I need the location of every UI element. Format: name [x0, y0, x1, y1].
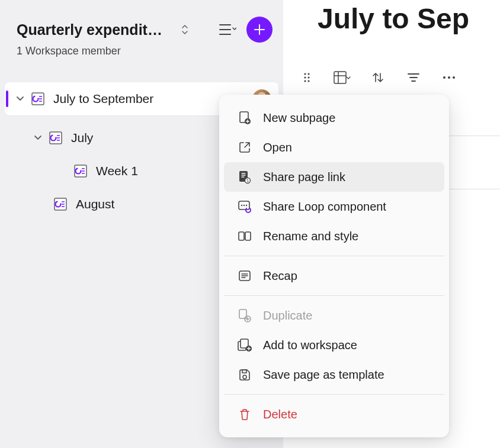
svg-point-25	[246, 205, 247, 206]
menu-divider	[224, 256, 444, 256]
svg-point-17	[453, 76, 455, 79]
menu-add-to-workspace[interactable]: Add to workspace	[224, 330, 444, 360]
menu-new-subpage[interactable]: New subpage	[224, 103, 444, 133]
menu-item-label: Open	[263, 141, 292, 154]
svg-point-21	[245, 178, 251, 183]
menu-item-label: Add to workspace	[263, 339, 357, 352]
menu-save-page-as-template[interactable]: Save page as template	[224, 360, 444, 389]
new-page-button[interactable]	[246, 17, 273, 43]
page-context-menu: New subpage Open Share page link Share L…	[219, 95, 449, 437]
svg-point-26	[246, 208, 251, 212]
svg-point-24	[243, 205, 245, 206]
more-options-icon[interactable]	[440, 68, 459, 87]
menu-item-label: Delete	[263, 408, 297, 421]
open-icon	[237, 140, 252, 155]
nav-item-label: July to September	[53, 92, 230, 106]
svg-point-23	[241, 205, 242, 206]
workspace-title[interactable]: Quarterly expendit…	[17, 21, 173, 38]
new-subpage-icon	[237, 110, 252, 125]
menu-item-label: Recap	[263, 269, 297, 283]
svg-rect-27	[239, 232, 244, 240]
page-toolbar	[283, 35, 500, 87]
menu-share-page-link[interactable]: Share page link	[224, 162, 444, 192]
menu-item-label: Save page as template	[263, 368, 384, 382]
menu-item-label: New subpage	[263, 111, 335, 125]
svg-point-10	[304, 76, 306, 78]
svg-point-13	[307, 80, 309, 82]
svg-rect-14	[334, 72, 346, 83]
svg-point-12	[304, 80, 306, 82]
svg-point-11	[307, 76, 309, 78]
menu-delete[interactable]: Delete	[224, 399, 444, 429]
delete-icon	[237, 407, 252, 422]
svg-point-16	[448, 76, 450, 79]
add-workspace-icon	[237, 337, 252, 353]
workspace-header: Quarterly expendit…	[0, 17, 283, 43]
menu-item-label: Rename and style	[263, 230, 358, 243]
menu-open[interactable]: Open	[224, 133, 444, 162]
menu-rename-and-style[interactable]: Rename and style	[224, 221, 444, 251]
chevron-down-icon[interactable]	[15, 94, 25, 104]
save-template-icon	[237, 367, 252, 382]
list-view-icon[interactable]	[217, 19, 238, 40]
share-loop-icon	[237, 199, 252, 214]
page-title[interactable]: July to Sep	[283, 0, 500, 35]
workspace-members-label: 1 Workspace member	[0, 43, 283, 57]
filter-icon[interactable]	[404, 68, 423, 87]
svg-point-15	[443, 76, 445, 79]
duplicate-icon	[237, 308, 252, 323]
sort-icon[interactable]	[368, 68, 387, 87]
svg-point-9	[307, 73, 309, 75]
svg-point-8	[304, 73, 306, 75]
menu-item-label: Share page link	[263, 170, 345, 184]
loop-page-icon	[52, 196, 69, 212]
share-link-icon	[237, 169, 252, 185]
menu-item-label: Duplicate	[263, 309, 312, 323]
table-view-icon[interactable]	[333, 68, 352, 87]
drag-handle-icon[interactable]	[297, 68, 316, 87]
menu-recap[interactable]: Recap	[224, 261, 444, 291]
workspace-expand-icon[interactable]	[178, 22, 192, 37]
loop-page-icon	[47, 130, 64, 146]
chevron-down-icon[interactable]	[33, 133, 43, 143]
svg-rect-35	[242, 370, 246, 373]
menu-divider	[224, 295, 444, 296]
menu-duplicate: Duplicate	[224, 301, 444, 330]
loop-page-icon	[72, 163, 89, 179]
svg-point-36	[243, 375, 246, 379]
recap-icon	[237, 268, 252, 283]
menu-item-label: Share Loop component	[263, 200, 386, 214]
rename-icon	[237, 228, 252, 244]
menu-share-loop-component[interactable]: Share Loop component	[224, 192, 444, 221]
loop-page-icon	[30, 91, 46, 107]
menu-divider	[224, 394, 444, 395]
svg-rect-28	[245, 232, 251, 240]
